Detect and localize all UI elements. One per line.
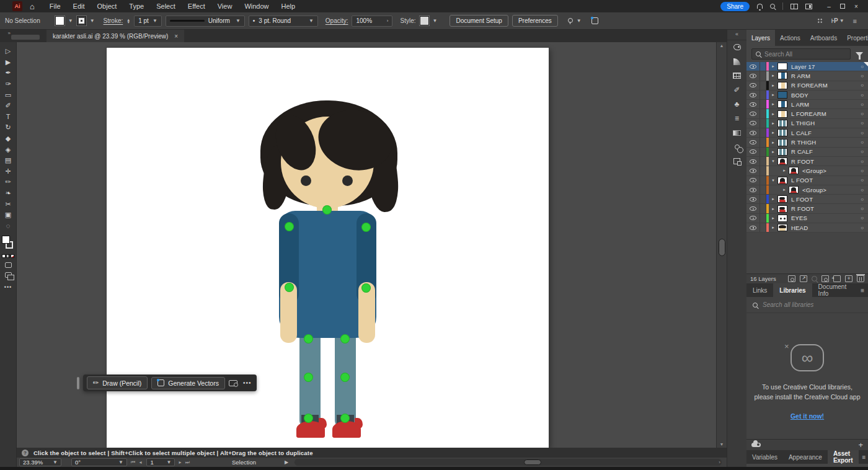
panel-tab[interactable]: Libraries	[773, 283, 812, 297]
layer-row[interactable]: ▸ L ARM ○	[746, 100, 868, 109]
share-button[interactable]: Share	[720, 2, 750, 11]
style-swatch[interactable]	[420, 16, 429, 25]
lock-toggle-cell[interactable]	[760, 109, 766, 118]
panel-tab[interactable]: Artboards	[805, 30, 842, 46]
make-clipping-mask-icon[interactable]	[822, 275, 829, 282]
layer-thumbnail[interactable]	[777, 110, 787, 118]
layer-thumbnail[interactable]	[777, 120, 787, 127]
artboard-tool-icon[interactable]: ▣	[0, 210, 17, 221]
layer-thumbnail[interactable]	[777, 63, 787, 70]
layer-name[interactable]: R THIGH	[791, 139, 816, 146]
new-sublayer-icon[interactable]	[833, 275, 841, 282]
stroke-weight-label[interactable]: Stroke:	[104, 17, 123, 24]
filter-funnel-icon[interactable]	[856, 52, 863, 56]
swatches-icon[interactable]	[732, 71, 742, 80]
layer-name[interactable]: R FOREARM	[791, 82, 828, 89]
stroke-chevron-icon[interactable]: ▼	[90, 18, 95, 24]
fill-chevron-icon[interactable]: ▼	[68, 18, 73, 24]
paintbrush-tool-icon[interactable]: ✐	[0, 100, 17, 112]
layer-name[interactable]: R FOOT	[791, 158, 814, 165]
lock-toggle-cell[interactable]	[760, 166, 766, 175]
joint-left-hip[interactable]	[304, 334, 313, 344]
visibility-eye-icon[interactable]	[746, 214, 760, 223]
joint-right-shoulder[interactable]	[361, 223, 371, 232]
layer-row[interactable]: ▸ HEAD ○	[746, 223, 868, 233]
restore-button[interactable]	[836, 3, 849, 10]
document-setup-button[interactable]: Document Setup	[450, 15, 508, 27]
panel-tab[interactable]: Document Info	[812, 283, 857, 297]
layer-row[interactable]: ▾ R FOOT ○	[746, 157, 868, 166]
expand-chevron-icon[interactable]: ▸	[769, 206, 777, 211]
reference-image-icon[interactable]	[229, 380, 237, 386]
target-circle-icon[interactable]: ○	[861, 168, 864, 174]
expand-chevron-icon[interactable]: ▸	[769, 149, 777, 154]
joint-left-knee[interactable]	[304, 373, 313, 382]
layer-name[interactable]: BODY	[791, 92, 808, 99]
layer-thumbnail[interactable]	[777, 100, 787, 108]
lock-toggle-cell[interactable]	[760, 204, 766, 213]
lock-toggle-cell[interactable]	[760, 176, 766, 185]
pin-chevron-icon[interactable]: ▼	[577, 18, 582, 24]
control-bar-menu-icon[interactable]: ≡	[853, 17, 857, 25]
layer-thumbnail[interactable]	[777, 195, 787, 203]
rotate-tool-icon[interactable]: ↻	[0, 122, 17, 133]
layers-search-input[interactable]: Search All	[751, 48, 851, 60]
joint-right-hip[interactable]	[340, 334, 350, 344]
close-button[interactable]: ×	[849, 3, 863, 10]
layer-thumbnail[interactable]	[789, 167, 799, 174]
character-left-shoe[interactable]	[296, 421, 325, 438]
fill-proxy-swatch[interactable]	[2, 236, 10, 244]
layer-name[interactable]: R CALF	[791, 148, 813, 155]
lock-toggle-cell[interactable]	[760, 223, 766, 232]
layer-name[interactable]: L THIGH	[791, 120, 815, 126]
lock-toggle-cell[interactable]	[760, 138, 766, 146]
lock-toggle-cell[interactable]	[760, 62, 766, 71]
arrange-documents-icon[interactable]	[790, 4, 798, 9]
symbols-icon[interactable]: ♣	[732, 100, 742, 109]
lock-toggle-cell[interactable]	[760, 71, 766, 80]
minimize-button[interactable]: –	[822, 3, 836, 10]
transparency-icon[interactable]	[732, 143, 742, 151]
expand-chevron-icon[interactable]: ▾	[769, 159, 777, 164]
panel-tab[interactable]: Variables	[746, 450, 783, 464]
target-circle-icon[interactable]: ○	[861, 73, 864, 79]
direct-selection-tool-icon[interactable]: ▶	[0, 57, 17, 68]
visibility-eye-icon[interactable]	[746, 100, 760, 109]
fill-stroke-control[interactable]	[0, 234, 17, 252]
screen-mode-icon[interactable]	[5, 272, 12, 278]
menu-item[interactable]: Effect	[182, 1, 211, 12]
target-circle-icon[interactable]: ○	[861, 111, 864, 117]
expand-chevron-icon[interactable]: ▸	[769, 197, 777, 202]
expand-chevron-icon[interactable]: ▸	[769, 112, 777, 117]
expand-dock-icon[interactable]: »	[8, 30, 11, 36]
artboard-number-select[interactable]: 1▼	[146, 458, 175, 466]
target-circle-icon[interactable]: ○	[861, 206, 864, 211]
layer-thumbnail[interactable]	[777, 82, 787, 89]
stroke-weight-field[interactable]: 1 pt▼	[134, 16, 162, 27]
brushes-icon[interactable]: ✐	[732, 86, 742, 94]
status-expand-icon[interactable]: ▶	[285, 459, 288, 465]
cloud-sync-icon[interactable]	[751, 443, 761, 447]
artboards-icon[interactable]	[732, 157, 742, 166]
target-circle-icon[interactable]: ○	[861, 197, 864, 202]
visibility-eye-icon[interactable]	[746, 148, 760, 156]
scroll-down-icon[interactable]: ▼	[717, 442, 727, 446]
menu-item[interactable]: Type	[123, 1, 150, 12]
pen-tool-icon[interactable]: ✒	[0, 68, 17, 79]
joint-right-elbow[interactable]	[361, 283, 371, 293]
character-right-eye[interactable]	[342, 175, 353, 186]
expand-chevron-icon[interactable]: ▸	[769, 216, 777, 221]
visibility-eye-icon[interactable]	[746, 223, 760, 232]
visibility-eye-icon[interactable]	[746, 71, 760, 80]
vertical-scrollbar[interactable]: ▲ ▼	[716, 42, 727, 448]
add-library-icon[interactable]: +	[858, 440, 863, 450]
selection-tool-icon[interactable]: ▷	[0, 46, 17, 57]
notifications-bell-icon[interactable]	[757, 4, 763, 9]
layer-row[interactable]: ▸ R FOOT ○	[746, 204, 868, 213]
visibility-eye-icon[interactable]	[746, 91, 760, 99]
layer-thumbnail[interactable]	[777, 215, 787, 222]
stroke-stepper[interactable]: ▲▼	[126, 19, 130, 24]
puppet-warp-pin-icon[interactable]	[567, 18, 573, 24]
variable-width-profile-field[interactable]: • 3 pt. Round ▼	[249, 16, 318, 27]
preferences-button[interactable]: Preferences	[512, 15, 558, 27]
